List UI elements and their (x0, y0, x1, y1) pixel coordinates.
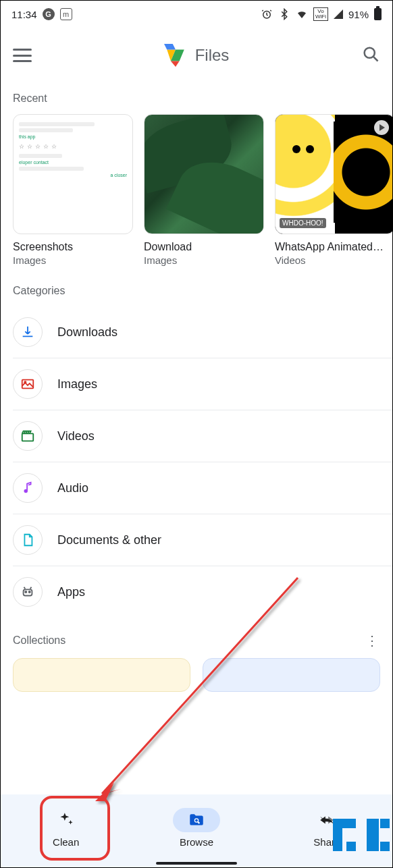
android-icon (13, 577, 43, 607)
categories-section-title: Categories (1, 266, 392, 306)
home-indicator (156, 862, 237, 865)
category-label: Documents & other (57, 533, 161, 547)
battery-icon (374, 8, 382, 20)
category-videos[interactable]: Videos (13, 410, 392, 462)
svg-point-8 (29, 591, 30, 593)
vowifi-icon: VoWiFi (313, 7, 328, 21)
battery-percent: 91% (348, 9, 369, 20)
nav-label: Browse (180, 836, 213, 848)
recent-thumb (144, 114, 264, 234)
music-note-icon (13, 473, 43, 503)
recent-card-subtitle: Images (13, 254, 133, 266)
svg-rect-17 (346, 842, 356, 851)
category-label: Images (57, 377, 97, 391)
app-title: Files (195, 46, 230, 65)
watermark-logo (332, 815, 392, 855)
bluetooth-icon (278, 8, 290, 20)
recent-card-screenshots[interactable]: this app ☆☆☆☆☆ eloper contact a closer S… (13, 114, 133, 266)
recent-thumb: WHDO-HOO! (275, 114, 392, 234)
document-icon (13, 525, 43, 555)
play-icon (374, 120, 389, 135)
svg-rect-15 (380, 819, 390, 828)
nav-clean[interactable]: Clean (26, 808, 107, 848)
category-label: Downloads (57, 325, 117, 339)
wifi-icon (296, 8, 308, 20)
recent-card-title: Download (144, 241, 264, 253)
recent-section-title: Recent (1, 74, 392, 114)
sparkle-icon (43, 808, 90, 832)
category-audio[interactable]: Audio (13, 462, 392, 514)
recent-card-title: WhatsApp Animated… (275, 241, 392, 253)
more-options-button[interactable]: ⋮ (364, 632, 380, 649)
svg-point-7 (25, 591, 26, 593)
svg-point-1 (365, 48, 375, 58)
recent-thumb: this app ☆☆☆☆☆ eloper contact a closer (13, 114, 133, 234)
category-documents[interactable]: Documents & other (13, 514, 392, 566)
collection-card[interactable] (13, 658, 190, 692)
recent-card-subtitle: Videos (275, 254, 392, 266)
alarm-icon (261, 8, 273, 20)
app-bar: Files (1, 25, 392, 74)
recent-card-title: Screenshots (13, 241, 133, 253)
m-status-icon: m (60, 8, 72, 20)
svg-rect-14 (367, 819, 379, 851)
image-icon (13, 369, 43, 399)
folder-search-icon (173, 808, 220, 832)
svg-rect-4 (22, 433, 34, 441)
category-images[interactable]: Images (13, 358, 392, 410)
svg-point-5 (24, 489, 28, 493)
category-label: Apps (57, 585, 85, 599)
category-label: Audio (57, 481, 88, 495)
collections-row (1, 658, 392, 692)
svg-point-10 (195, 819, 198, 821)
category-label: Videos (57, 429, 95, 443)
status-time: 11:34 (11, 9, 37, 20)
nav-browse[interactable]: Browse (156, 808, 237, 848)
download-icon (13, 317, 43, 347)
recent-card-whatsapp[interactable]: WHDO-HOO! WhatsApp Animated… Videos (275, 114, 392, 266)
signal-icon (334, 9, 343, 19)
recent-card-download[interactable]: Download Images (144, 114, 264, 266)
recent-card-subtitle: Images (144, 254, 264, 266)
files-app-icon (164, 44, 187, 67)
status-bar: 11:34 G m VoWiFi 91% (1, 1, 392, 25)
category-apps[interactable]: Apps (13, 566, 392, 618)
video-clapper-icon (13, 421, 43, 451)
nav-label: Clean (53, 836, 79, 848)
svg-marker-12 (102, 780, 121, 794)
collections-section-title: Collections (13, 634, 66, 647)
categories-list: Downloads Images Videos Audio Documents … (1, 306, 392, 618)
recent-list: this app ☆☆☆☆☆ eloper contact a closer S… (1, 114, 392, 266)
menu-button[interactable] (13, 49, 32, 62)
svg-rect-16 (380, 842, 390, 851)
google-status-icon: G (43, 8, 55, 20)
search-button[interactable] (361, 45, 380, 66)
collections-header: Collections ⋮ (1, 618, 392, 658)
svg-point-3 (24, 381, 26, 383)
collection-card[interactable] (203, 658, 380, 692)
category-downloads[interactable]: Downloads (13, 306, 392, 358)
